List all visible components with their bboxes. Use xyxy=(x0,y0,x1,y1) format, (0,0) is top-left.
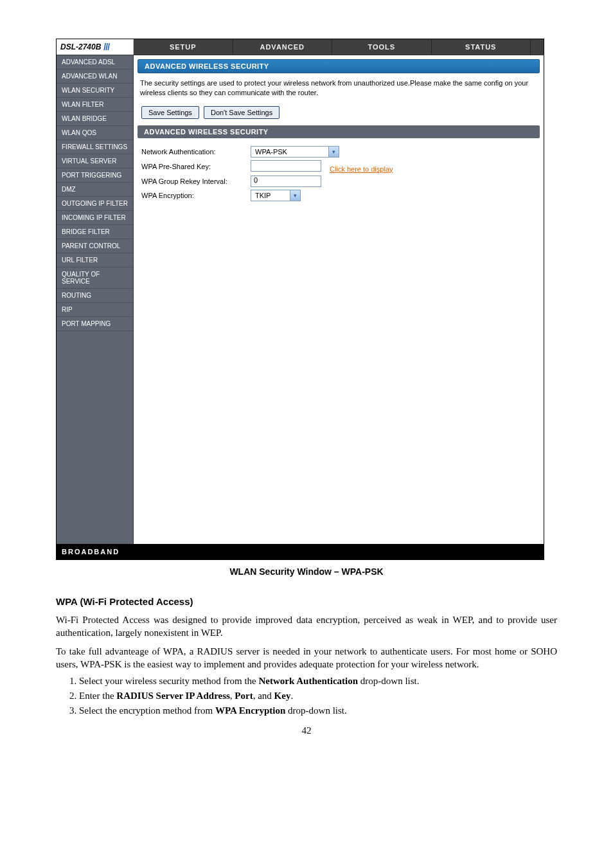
tab-spacer xyxy=(531,39,544,55)
form-area: Network Authentication: WPA-PSK ▾ WPA Pr… xyxy=(138,138,540,209)
step-2-text-g: . xyxy=(290,691,293,701)
click-here-to-display-link[interactable]: Click here to display xyxy=(330,165,393,173)
network-authentication-value: WPA-PSK xyxy=(251,148,328,156)
wpa-group-rekey-interval-input[interactable]: 0 xyxy=(251,176,321,187)
step-1: Select your wireless security method fro… xyxy=(79,676,557,687)
tab-status[interactable]: STATUS xyxy=(432,39,531,55)
tab-advanced[interactable]: ADVANCED xyxy=(233,39,333,55)
footer-brand: BROADBAND xyxy=(57,544,544,559)
wpa-preshared-key-input[interactable] xyxy=(251,160,321,172)
sidebar-item-advanced-wlan[interactable]: ADVANCED WLAN xyxy=(57,69,133,84)
sidebar-item-dmz[interactable]: DMZ xyxy=(57,183,133,197)
dont-save-settings-button[interactable]: Don't Save Settings xyxy=(204,106,280,119)
wpa-encryption-select[interactable]: TKIP ▾ xyxy=(251,190,301,201)
row-wpa-preshared-key: WPA Pre-Shared Key: Click here to displa… xyxy=(141,160,536,173)
steps-list: Select your wireless security method fro… xyxy=(79,676,557,716)
logo-bars-icon: /// xyxy=(103,42,109,52)
row-wpa-group-rekey-interval: WPA Group Rekey Interval: 0 xyxy=(141,176,536,187)
tab-tools[interactable]: TOOLS xyxy=(332,39,432,55)
sidebar-item-wlan-qos[interactable]: WLAN QOS xyxy=(57,126,133,140)
device-model: DSL-2740B xyxy=(60,42,101,51)
tab-setup[interactable]: SETUP xyxy=(134,39,233,55)
sidebar-item-wlan-filter[interactable]: WLAN FILTER xyxy=(57,98,133,112)
network-authentication-select[interactable]: WPA-PSK ▾ xyxy=(251,146,339,158)
sidebar-item-advanced-adsl[interactable]: ADVANCED ADSL xyxy=(57,55,133,69)
sidebar: ADVANCED ADSL ADVANCED WLAN WLAN SECURIT… xyxy=(57,55,134,544)
sidebar-item-quality-of-service[interactable]: QUALITY OF SERVICE xyxy=(57,267,133,289)
wpa-encryption-value: TKIP xyxy=(251,192,290,199)
top-nav: SETUP ADVANCED TOOLS STATUS xyxy=(134,39,544,55)
paragraph-2: To take full advanteage of WPA, a RADIUS… xyxy=(56,645,557,671)
sidebar-item-bridge-filter[interactable]: BRIDGE FILTER xyxy=(57,225,133,239)
step-2-text-e: , and xyxy=(253,691,274,701)
button-row: Save Settings Don't Save Settings xyxy=(141,106,540,119)
sidebar-spacer xyxy=(57,331,133,544)
panel-description: The security settings are used to protec… xyxy=(138,73,540,104)
sidebar-item-rip[interactable]: RIP xyxy=(57,303,133,317)
sidebar-item-firewall-settings[interactable]: FIREWALL SETTINGS xyxy=(57,140,133,154)
step-2-bold-f: Key xyxy=(274,691,291,701)
main-panel: ADVANCED WIRELESS SECURITY The security … xyxy=(134,55,544,544)
chevron-down-icon: ▾ xyxy=(290,190,300,201)
body-row: ADVANCED ADSL ADVANCED WLAN WLAN SECURIT… xyxy=(57,55,544,544)
step-3-text-a: Select the encryption method from xyxy=(79,705,215,716)
figure-caption: WLAN Security Window – WPA-PSK xyxy=(56,566,557,577)
sidebar-item-wlan-bridge[interactable]: WLAN BRIDGE xyxy=(57,112,133,126)
step-2-text-a: Enter the xyxy=(79,691,116,701)
label-wpa-preshared-key: WPA Pre-Shared Key: xyxy=(141,163,251,170)
chevron-down-icon: ▾ xyxy=(328,147,339,157)
page-number: 42 xyxy=(56,725,557,736)
router-admin-ui: DSL-2740B /// SETUP ADVANCED TOOLS STATU… xyxy=(56,39,544,560)
step-3: Select the encryption method from WPA En… xyxy=(79,705,557,716)
device-logo: DSL-2740B /// xyxy=(57,39,134,55)
panel-title: ADVANCED WIRELESS SECURITY xyxy=(138,59,540,73)
step-1-bold: Network Authentication xyxy=(259,676,359,686)
row-wpa-encryption: WPA Encryption: TKIP ▾ xyxy=(141,190,536,201)
sidebar-item-wlan-security[interactable]: WLAN SECURITY xyxy=(57,84,133,98)
step-2-bold-b: RADIUS Server IP Address xyxy=(116,691,230,701)
step-3-bold: WPA Encryption xyxy=(215,705,285,716)
step-1-text-a: Select your wireless security method fro… xyxy=(79,676,259,686)
document-body: WPA (Wi-Fi Protected Access) Wi-Fi Prote… xyxy=(56,596,557,716)
step-1-text-c: drop-down list. xyxy=(358,676,419,686)
step-2: Enter the RADIUS Server IP Address, Port… xyxy=(79,691,557,701)
row-network-authentication: Network Authentication: WPA-PSK ▾ xyxy=(141,146,536,158)
step-3-text-c: drop-down list. xyxy=(285,705,346,716)
sidebar-item-port-mapping[interactable]: PORT MAPPING xyxy=(57,317,133,331)
label-network-authentication: Network Authentication: xyxy=(141,148,251,156)
save-settings-button[interactable]: Save Settings xyxy=(141,106,199,119)
section-title: ADVANCED WIRELESS SECURITY xyxy=(138,125,540,138)
sidebar-item-url-filter[interactable]: URL FILTER xyxy=(57,253,133,267)
sidebar-item-outgoing-ip-filter[interactable]: OUTGOING IP FILTER xyxy=(57,197,133,211)
sidebar-item-incoming-ip-filter[interactable]: INCOMING IP FILTER xyxy=(57,211,133,225)
top-bar: DSL-2740B /// SETUP ADVANCED TOOLS STATU… xyxy=(57,39,544,55)
label-wpa-encryption: WPA Encryption: xyxy=(141,192,251,199)
sidebar-item-routing[interactable]: ROUTING xyxy=(57,289,133,303)
sidebar-item-parent-control[interactable]: PARENT CONTROL xyxy=(57,239,133,253)
sidebar-item-port-triggering[interactable]: PORT TRIGGERING xyxy=(57,168,133,183)
label-wpa-group-rekey-interval: WPA Group Rekey Interval: xyxy=(141,177,251,185)
step-2-bold-d: Port xyxy=(235,691,253,701)
paragraph-1: Wi-Fi Protected Access was designed to p… xyxy=(56,613,557,640)
sidebar-item-virtual-server[interactable]: VIRTUAL SERVER xyxy=(57,154,133,168)
section-heading: WPA (Wi-Fi Protected Access) xyxy=(56,596,557,607)
